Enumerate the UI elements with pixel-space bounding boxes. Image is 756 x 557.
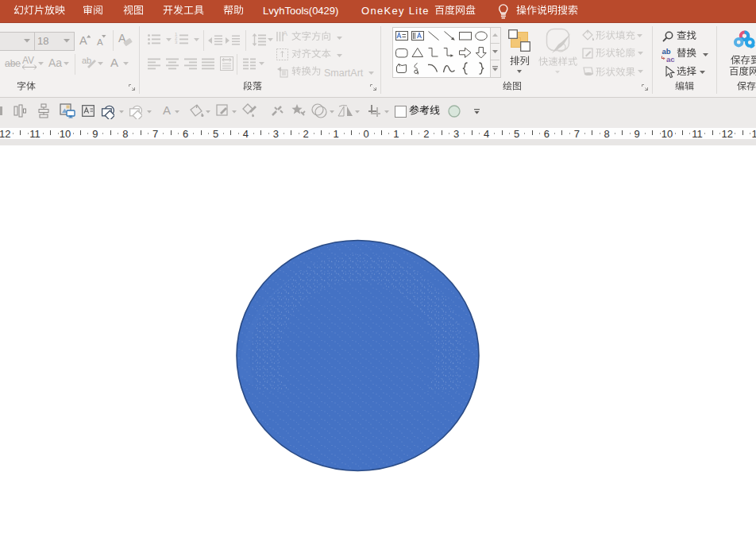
svg-text:ac: ac xyxy=(666,55,675,63)
